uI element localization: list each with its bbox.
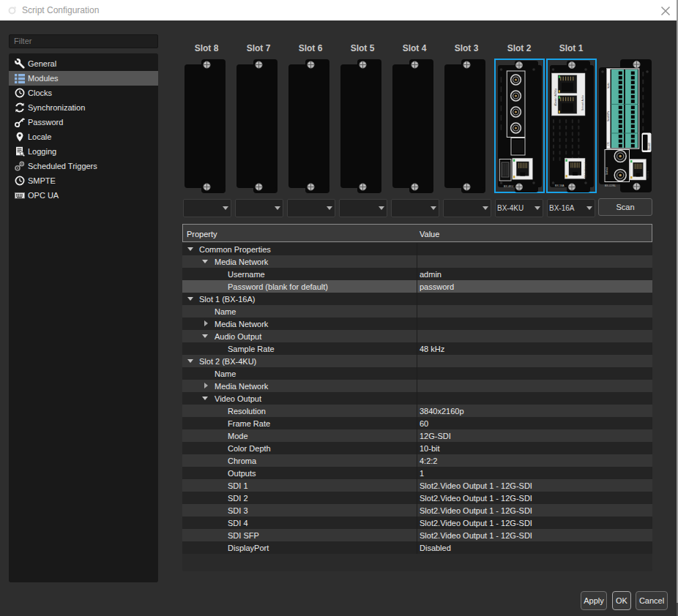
svg-text:BX-16A: BX-16A	[555, 184, 565, 187]
svg-text:Network: Network	[647, 170, 649, 179]
svg-text:Network Audio: Network Audio	[581, 95, 584, 110]
svg-text:Serial/GPIs: Serial/GPIs	[607, 110, 610, 121]
svg-text:LTC: LTC	[607, 142, 610, 146]
svg-text:dDante / AES6y: dDante / AES6y	[554, 88, 556, 105]
svg-text:BX-CONL: BX-CONL	[605, 184, 616, 187]
svg-text:Inputs: Inputs	[607, 83, 610, 89]
svg-text:Genlock: Genlock	[606, 167, 608, 175]
svg-text:Media Network: Media Network	[584, 162, 587, 178]
svg-text:BX-4KU: BX-4KU	[504, 184, 513, 187]
svg-text:MicroSD: MicroSD	[648, 143, 651, 150]
